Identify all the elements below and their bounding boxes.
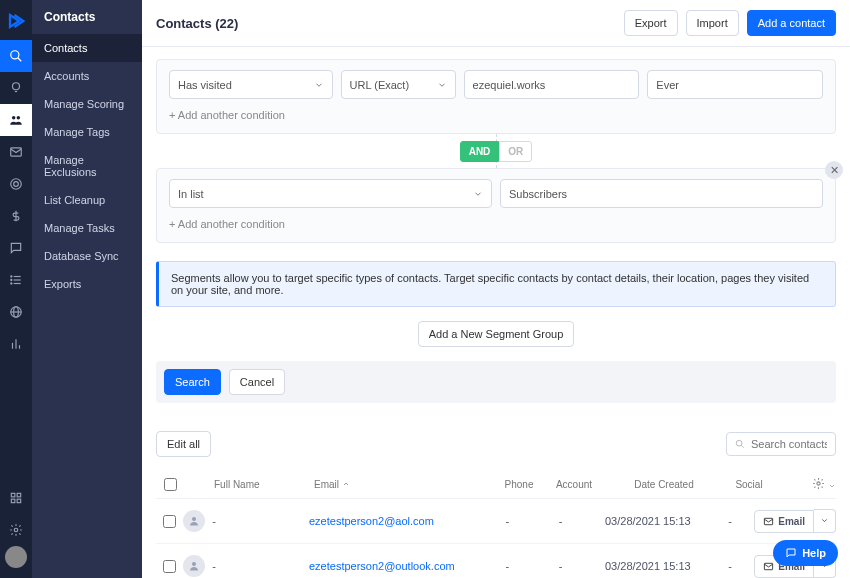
svg-line-28 [741,445,743,447]
cell-date: 03/28/2021 15:13 [590,515,706,527]
col-phone[interactable]: Phone [494,479,544,490]
svg-point-26 [14,528,18,532]
svg-point-0 [11,51,19,59]
avatar [183,555,205,577]
svg-point-15 [11,283,12,284]
col-fullname[interactable]: Full Name [214,479,314,490]
sidebar-item-list-cleanup[interactable]: List Cleanup [32,186,142,214]
col-social[interactable]: Social [724,479,774,490]
main: Contacts (22) Export Import Add a contac… [142,0,850,578]
select-all-checkbox[interactable] [164,478,177,491]
cell-name: - [212,515,309,527]
user-avatar[interactable] [5,546,27,568]
svg-point-13 [11,276,12,277]
svg-point-4 [12,116,15,120]
help-button[interactable]: Help [773,540,838,566]
add-segment-group-button[interactable]: Add a New Segment Group [418,321,575,347]
add-contact-button[interactable]: Add a contact [747,10,836,36]
sidebar-item-manage-scoring[interactable]: Manage Scoring [32,90,142,118]
icon-rail [0,0,32,578]
cancel-button[interactable]: Cancel [229,369,285,395]
segment-connector: AND OR [156,134,836,168]
list-icon[interactable] [0,264,32,296]
cell-name: - [212,560,309,572]
dollar-icon[interactable] [0,200,32,232]
edit-all-button[interactable]: Edit all [156,431,211,457]
sort-asc-icon [342,480,350,488]
row-checkbox[interactable] [163,515,176,528]
svg-rect-24 [11,499,15,503]
sidebar-item-manage-tasks[interactable]: Manage Tasks [32,214,142,242]
cell-social: - [706,560,754,572]
search-icon[interactable] [0,40,32,72]
target-icon[interactable] [0,168,32,200]
table-row: -ezetestperson2@aol.com--03/28/2021 15:1… [156,499,836,544]
sidebar-item-exports[interactable]: Exports [32,270,142,298]
col-email[interactable]: Email [314,479,494,490]
cell-phone: - [483,560,531,572]
import-button[interactable]: Import [686,10,739,36]
mail-icon [763,561,774,572]
svg-point-7 [11,179,22,190]
svg-point-30 [192,517,196,521]
table-row: -ezetestperson2@outlook.com--03/28/2021 … [156,544,836,578]
sidebar-item-accounts[interactable]: Accounts [32,62,142,90]
gear-icon[interactable] [0,514,32,546]
email-button[interactable]: Email [754,510,814,533]
table-settings-icon[interactable] [812,477,836,492]
list-value-input[interactable] [500,179,823,208]
col-date[interactable]: Date Created [604,479,724,490]
cell-social: - [706,515,754,527]
or-toggle[interactable]: OR [499,141,532,162]
row-checkbox[interactable] [163,560,176,573]
timeframe-select[interactable]: Ever [647,70,823,99]
sidebar: Contacts ContactsAccountsManage ScoringM… [32,0,142,578]
col-account[interactable]: Account [544,479,604,490]
bulb-icon[interactable] [0,72,32,104]
svg-point-27 [736,440,742,446]
search-contacts-field[interactable] [726,432,836,456]
add-condition-link[interactable]: + Add another condition [169,105,823,125]
table-header: Full Name Email Phone Account Date Creat… [156,471,836,499]
sidebar-item-manage-tags[interactable]: Manage Tags [32,118,142,146]
chat-icon [785,547,797,559]
export-button[interactable]: Export [624,10,678,36]
row-actions-dropdown[interactable] [814,509,836,533]
add-condition-link[interactable]: + Add another condition [169,214,823,234]
url-value-input[interactable] [464,70,640,99]
cell-email[interactable]: ezetestperson2@aol.com [309,515,434,527]
remove-segment-button[interactable]: ✕ [825,161,843,179]
svg-point-14 [11,279,12,280]
sidebar-item-contacts[interactable]: Contacts [32,34,142,62]
brand-logo[interactable] [5,10,27,32]
reports-icon[interactable] [0,328,32,360]
search-contacts-input[interactable] [751,438,827,450]
mail-icon [763,516,774,527]
chevron-down-icon [314,80,324,90]
condition-type-select[interactable]: Has visited [169,70,333,99]
svg-line-1 [18,58,22,62]
globe-icon[interactable] [0,296,32,328]
cell-date: 03/28/2021 15:13 [590,560,706,572]
avatar [183,510,205,532]
segment-info-banner: Segments allow you to target specific ty… [156,261,836,307]
chat-icon[interactable] [0,232,32,264]
and-toggle[interactable]: AND [460,141,500,162]
chevron-down-icon [437,80,447,90]
sidebar-item-database-sync[interactable]: Database Sync [32,242,142,270]
svg-point-29 [817,482,820,485]
condition-type-select[interactable]: In list [169,179,492,208]
cell-email[interactable]: ezetestperson2@outlook.com [309,560,455,572]
search-button[interactable]: Search [164,369,221,395]
mail-icon[interactable] [0,136,32,168]
contacts-icon[interactable] [0,104,32,136]
svg-point-2 [13,83,20,90]
svg-point-8 [14,182,19,187]
search-icon [735,438,745,450]
sidebar-item-manage-exclusions[interactable]: Manage Exclusions [32,146,142,186]
topbar: Contacts (22) Export Import Add a contac… [142,0,850,47]
apps-icon[interactable] [0,482,32,514]
url-mode-select[interactable]: URL (Exact) [341,70,456,99]
sidebar-title: Contacts [32,0,142,34]
page-title: Contacts (22) [156,16,238,31]
